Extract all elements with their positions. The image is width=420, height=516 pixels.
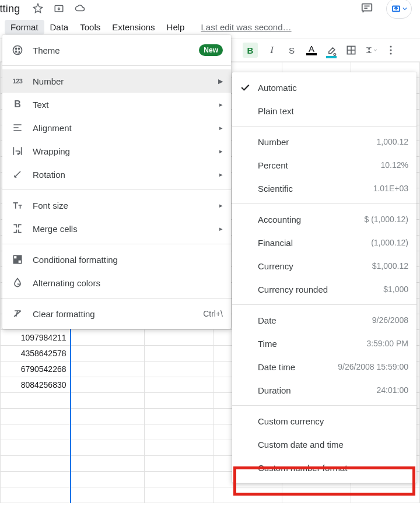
number-option-custom-datetime[interactable]: Custom date and time bbox=[232, 433, 416, 456]
menu-conditional-formatting[interactable]: Conditional formatting bbox=[2, 248, 231, 271]
menu-alternating-colors[interactable]: Alternating colors bbox=[2, 271, 231, 294]
align-icon bbox=[12, 122, 23, 134]
conditional-format-icon bbox=[12, 254, 23, 265]
number-option-custom-currency[interactable]: Custom currency bbox=[232, 409, 416, 433]
text-color-letter: A bbox=[309, 45, 314, 53]
cell-a21[interactable]: 8084256830 bbox=[1, 377, 71, 393]
number-option-example: 1,000.12 bbox=[377, 137, 409, 146]
svg-rect-1 bbox=[362, 3, 372, 10]
menu-alignment[interactable]: Alignment ▸ bbox=[2, 116, 231, 139]
number-option-scientific[interactable]: Scientific 1.01E+03 bbox=[232, 177, 416, 200]
move-folder-icon[interactable] bbox=[54, 3, 64, 15]
number-option-example: 9/26/2008 bbox=[372, 315, 408, 325]
number-option-percent[interactable]: Percent 10.12% bbox=[232, 153, 416, 177]
chevron-right-icon: ▸ bbox=[219, 124, 223, 132]
comment-history-icon[interactable] bbox=[360, 2, 373, 16]
star-icon[interactable] bbox=[33, 3, 43, 15]
fill-color-button[interactable] bbox=[326, 44, 337, 56]
cell-a18[interactable]: 1097984211 bbox=[1, 330, 71, 346]
svg-rect-14 bbox=[18, 260, 22, 264]
menu-text[interactable]: B Text ▸ bbox=[2, 93, 231, 116]
menu-clear-label: Clear formatting bbox=[33, 309, 194, 319]
menu-clear-formatting[interactable]: Clear formatting Ctrl+\ bbox=[2, 302, 231, 325]
menu-wrapping[interactable]: Wrapping ▸ bbox=[2, 139, 231, 163]
menu-merge-label: Merge cells bbox=[33, 224, 210, 234]
menu-alignment-label: Alignment bbox=[33, 123, 210, 133]
menu-font-size-label: Font size bbox=[33, 201, 210, 210]
cell-a19[interactable]: 4358642578 bbox=[1, 346, 71, 361]
number-option-time[interactable]: Time 3:59:00 PM bbox=[232, 332, 416, 355]
number-option-accounting[interactable]: Accounting $ (1,000.12) bbox=[232, 208, 416, 231]
palette-icon bbox=[12, 44, 23, 56]
bold-button[interactable]: B bbox=[243, 43, 258, 58]
number-option-example: 24:01:00 bbox=[377, 385, 409, 395]
number-option-date[interactable]: Date 9/26/2008 bbox=[232, 308, 416, 332]
menubar-format[interactable]: Format bbox=[5, 20, 44, 34]
svg-point-10 bbox=[15, 51, 16, 52]
number-option-example: 1.01E+03 bbox=[373, 184, 408, 193]
last-edit-link[interactable]: Last edit was second… bbox=[201, 22, 291, 32]
svg-point-4 bbox=[390, 45, 391, 47]
chevron-right-icon: ▸ bbox=[219, 148, 223, 155]
format-menu: Theme New 123 Number ▶ B Text ▸ Alignmen… bbox=[2, 35, 231, 329]
menubar-data[interactable]: Data bbox=[44, 20, 75, 34]
number-option-custom-number-format[interactable]: Custom number format bbox=[232, 456, 416, 479]
merge-cells-button[interactable] bbox=[365, 44, 377, 56]
number-option-label: Currency rounded bbox=[258, 285, 383, 294]
number-option-label: Percent bbox=[258, 160, 381, 170]
menu-number[interactable]: 123 Number ▶ bbox=[2, 69, 231, 93]
number-submenu: Automatic Plain text Number 1,000.12 Per… bbox=[232, 72, 416, 483]
number-option-label: Date bbox=[258, 315, 372, 325]
number-option-plaintext[interactable]: Plain text bbox=[232, 99, 416, 122]
svg-point-8 bbox=[15, 48, 16, 49]
svg-point-6 bbox=[390, 52, 391, 54]
menubar-tools[interactable]: Tools bbox=[74, 20, 106, 34]
number-option-label: Custom date and time bbox=[258, 440, 408, 450]
number-option-example: 9/26/2008 15:59:00 bbox=[338, 362, 408, 371]
document-title[interactable]: matting bbox=[0, 3, 20, 15]
number-option-duration[interactable]: Duration 24:01:00 bbox=[232, 378, 416, 402]
clear-format-icon bbox=[12, 308, 23, 320]
menu-conditional-label: Conditional formatting bbox=[33, 255, 223, 265]
number-option-example: 10.12% bbox=[381, 160, 408, 170]
cell-a20[interactable]: 6790542268 bbox=[1, 361, 71, 377]
menubar-help[interactable]: Help bbox=[161, 20, 191, 34]
menu-theme-label: Theme bbox=[33, 45, 190, 55]
number-option-label: Currency bbox=[258, 261, 372, 271]
number-option-currency[interactable]: Currency $1,000.12 bbox=[232, 254, 416, 278]
number-option-label: Date time bbox=[258, 362, 338, 372]
number-option-financial[interactable]: Financial (1,000.12) bbox=[232, 231, 416, 254]
number-option-example: $ (1,000.12) bbox=[365, 215, 409, 224]
svg-rect-11 bbox=[13, 255, 17, 259]
svg-rect-13 bbox=[13, 260, 17, 264]
number-option-example: 3:59:00 PM bbox=[366, 339, 408, 348]
number-option-example: $1,000 bbox=[383, 285, 408, 294]
number-option-currency-rounded[interactable]: Currency rounded $1,000 bbox=[232, 278, 416, 301]
svg-point-5 bbox=[390, 49, 391, 51]
menu-theme[interactable]: Theme New bbox=[2, 38, 231, 62]
chevron-right-icon: ▶ bbox=[218, 78, 223, 85]
number-option-automatic[interactable]: Automatic bbox=[232, 76, 416, 99]
toolbar-overflow-button[interactable] bbox=[385, 44, 397, 56]
number-option-number[interactable]: Number 1,000.12 bbox=[232, 130, 416, 153]
cloud-status-icon[interactable] bbox=[75, 3, 85, 15]
alternating-colors-icon bbox=[12, 277, 23, 289]
number-option-example: (1,000.12) bbox=[371, 238, 408, 247]
strikethrough-button[interactable]: S bbox=[286, 44, 298, 56]
title-bar: matting bbox=[0, 0, 420, 17]
menubar-extensions[interactable]: Extensions bbox=[106, 20, 160, 34]
present-share-button[interactable] bbox=[386, 0, 412, 19]
text-color-button[interactable]: A bbox=[306, 44, 317, 56]
borders-button[interactable] bbox=[345, 44, 357, 56]
number-option-label: Time bbox=[258, 339, 366, 349]
chevron-right-icon: ▸ bbox=[219, 171, 223, 178]
number-option-example: $1,000.12 bbox=[372, 261, 408, 271]
number-option-datetime[interactable]: Date time 9/26/2008 15:59:00 bbox=[232, 355, 416, 378]
menu-merge-cells[interactable]: Merge cells ▸ bbox=[2, 217, 231, 240]
italic-button[interactable]: I bbox=[266, 44, 278, 56]
merge-icon bbox=[12, 223, 23, 234]
number-option-label: Automatic bbox=[258, 83, 408, 93]
menu-rotation[interactable]: Rotation ▸ bbox=[2, 163, 231, 186]
menu-font-size[interactable]: Font size ▸ bbox=[2, 194, 231, 217]
number-option-label: Custom number format bbox=[258, 463, 408, 473]
